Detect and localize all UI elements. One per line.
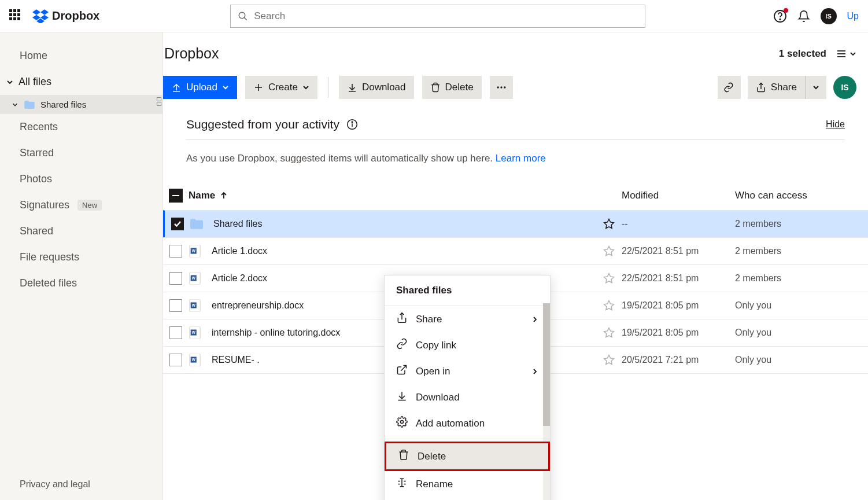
context-item-add-automation[interactable]: Add automation <box>385 410 550 436</box>
svg-marker-17 <box>604 219 614 229</box>
star-button[interactable] <box>596 273 622 284</box>
svg-point-0 <box>239 12 245 19</box>
more-button[interactable] <box>490 76 513 99</box>
context-item-share[interactable]: Share <box>385 306 550 332</box>
sidebar-sub-shared-files[interactable]: Shared files <box>0 95 162 114</box>
copy-link-button[interactable] <box>718 76 741 99</box>
sidebar-item-all-files[interactable]: All files <box>0 69 162 95</box>
logo[interactable]: Dropbox <box>32 9 99 23</box>
search-input[interactable] <box>254 10 638 22</box>
search-box[interactable] <box>230 5 645 28</box>
download-button[interactable]: Download <box>339 76 414 99</box>
file-name[interactable]: WArticle 1.docx <box>189 245 596 258</box>
modified-date: -- <box>622 219 735 229</box>
logo-text: Dropbox <box>52 9 99 23</box>
suggested-title: Suggested from your activity <box>186 117 339 131</box>
upload-button[interactable]: Upload <box>163 76 237 99</box>
search-icon <box>238 11 248 21</box>
svg-point-11 <box>497 86 498 88</box>
view-toggle[interactable] <box>836 48 856 60</box>
link-icon <box>723 82 734 93</box>
sidebar-item-starred[interactable]: Starred <box>0 140 162 166</box>
create-button[interactable]: Create <box>245 76 317 99</box>
gear-icon <box>396 416 408 431</box>
share-icon <box>756 82 766 93</box>
access-label: 2 members <box>735 246 868 256</box>
svg-point-16 <box>352 122 353 123</box>
row-checkbox[interactable] <box>169 326 182 339</box>
svg-point-13 <box>504 86 505 88</box>
svg-text:W: W <box>192 358 196 362</box>
svg-text:W: W <box>192 276 196 280</box>
share-dropdown[interactable] <box>806 76 826 99</box>
help-icon[interactable] <box>773 9 787 23</box>
share-button[interactable]: Share <box>748 76 806 99</box>
svg-marker-33 <box>604 328 614 337</box>
star-button[interactable] <box>596 354 622 366</box>
row-checkbox[interactable] <box>169 299 182 312</box>
trash-icon <box>398 449 409 464</box>
link-icon <box>396 338 408 352</box>
rename-icon <box>396 477 408 491</box>
context-divider <box>385 439 550 439</box>
chevron-down-icon <box>812 84 819 91</box>
star-button[interactable] <box>596 327 622 339</box>
folder-icon <box>24 101 35 109</box>
select-all-checkbox[interactable] <box>169 189 183 203</box>
table-row[interactable]: Shared files--2 members <box>163 210 868 238</box>
row-checkbox[interactable] <box>169 354 182 366</box>
sidebar-item-file-requests[interactable]: File requests <box>0 244 162 270</box>
sidebar-item-home[interactable]: Home <box>0 43 162 69</box>
svg-point-12 <box>500 86 502 88</box>
download-icon <box>396 390 408 405</box>
header: Dropbox IS Up <box>0 0 868 32</box>
context-item-copy-link[interactable]: Copy link <box>385 332 550 358</box>
table-row[interactable]: WArticle 1.docx22/5/2021 8:51 pm2 member… <box>163 237 868 265</box>
ellipsis-icon <box>496 82 507 93</box>
user-avatar[interactable]: IS <box>821 8 837 24</box>
notification-dot <box>784 8 788 13</box>
row-checkbox[interactable] <box>169 245 182 258</box>
file-name[interactable]: Shared files <box>190 218 596 230</box>
toolbar-divider <box>328 77 328 98</box>
context-item-download[interactable]: Download <box>385 384 550 410</box>
star-button[interactable] <box>596 218 622 230</box>
table-header: Name Modified Who can access <box>163 189 868 211</box>
upgrade-link[interactable]: Up <box>847 11 859 21</box>
star-button[interactable] <box>596 300 622 311</box>
delete-button[interactable]: Delete <box>422 76 482 99</box>
sidebar-item-recents[interactable]: Recents <box>0 114 162 140</box>
sidebar-item-deleted-files[interactable]: Deleted files <box>0 270 162 296</box>
star-button[interactable] <box>596 245 622 257</box>
context-item-delete[interactable]: Delete <box>385 442 550 471</box>
privacy-link[interactable]: Privacy and legal <box>0 469 162 500</box>
context-item-move[interactable]: Move <box>385 497 550 500</box>
sidebar-item-signatures[interactable]: SignaturesNew <box>0 192 162 218</box>
svg-line-1 <box>244 17 247 20</box>
upload-icon <box>171 82 182 93</box>
sidebar-item-photos[interactable]: Photos <box>0 166 162 192</box>
row-checkbox[interactable] <box>169 272 182 285</box>
breadcrumb: Dropbox <box>164 45 219 62</box>
learn-more-link[interactable]: Learn more <box>496 153 546 164</box>
context-menu: Shared files ▼ ShareCopy linkOpen inDown… <box>384 275 551 500</box>
column-modified[interactable]: Modified <box>622 190 735 201</box>
svg-text:W: W <box>192 330 196 334</box>
owner-avatar[interactable]: IS <box>833 76 856 99</box>
app-grid-icon[interactable] <box>9 9 23 23</box>
svg-point-38 <box>401 421 404 424</box>
column-name[interactable]: Name <box>189 190 596 201</box>
sort-arrow-up-icon <box>220 192 228 200</box>
bell-icon[interactable] <box>797 10 810 23</box>
sidebar-scrollbar[interactable] <box>157 97 162 106</box>
share-button-group: Share <box>748 76 826 99</box>
chevron-down-icon <box>222 84 229 91</box>
info-icon[interactable] <box>346 119 358 130</box>
sidebar-item-shared[interactable]: Shared <box>0 218 162 244</box>
column-access[interactable]: Who can access <box>735 190 868 201</box>
context-item-rename[interactable]: Rename <box>385 471 550 497</box>
context-item-open-in[interactable]: Open in <box>385 358 550 384</box>
hide-link[interactable]: Hide <box>826 119 845 130</box>
row-checkbox[interactable] <box>171 218 184 230</box>
chevron-down-icon <box>12 102 19 108</box>
